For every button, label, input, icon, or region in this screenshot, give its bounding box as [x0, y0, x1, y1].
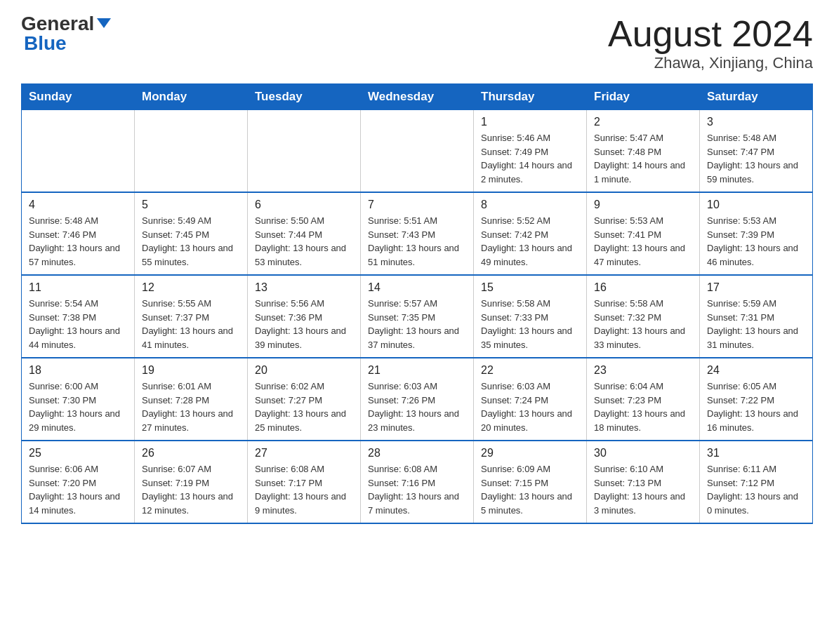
calendar-cell: 28Sunrise: 6:08 AM Sunset: 7:16 PM Dayli… — [361, 441, 474, 523]
calendar-cell: 6Sunrise: 5:50 AM Sunset: 7:44 PM Daylig… — [248, 192, 361, 275]
day-info: Sunrise: 6:09 AM Sunset: 7:15 PM Dayligh… — [481, 462, 579, 517]
day-info: Sunrise: 6:08 AM Sunset: 7:17 PM Dayligh… — [255, 462, 353, 517]
logo: General Blue — [21, 14, 111, 53]
calendar-cell: 23Sunrise: 6:04 AM Sunset: 7:23 PM Dayli… — [587, 358, 700, 441]
calendar-row-5: 25Sunrise: 6:06 AM Sunset: 7:20 PM Dayli… — [22, 441, 813, 523]
calendar-cell: 12Sunrise: 5:55 AM Sunset: 7:37 PM Dayli… — [135, 275, 248, 358]
day-info: Sunrise: 6:00 AM Sunset: 7:30 PM Dayligh… — [29, 380, 127, 434]
col-friday: Friday — [587, 84, 700, 110]
calendar-cell: 13Sunrise: 5:56 AM Sunset: 7:36 PM Dayli… — [248, 275, 361, 358]
day-number: 18 — [29, 364, 127, 377]
day-number: 3 — [707, 116, 805, 128]
calendar-cell: 18Sunrise: 6:00 AM Sunset: 7:30 PM Dayli… — [22, 358, 135, 441]
day-info: Sunrise: 6:04 AM Sunset: 7:23 PM Dayligh… — [594, 380, 692, 434]
logo-triangle-icon — [97, 18, 111, 28]
calendar-cell — [22, 110, 135, 193]
day-info: Sunrise: 6:08 AM Sunset: 7:16 PM Dayligh… — [368, 462, 466, 517]
day-info: Sunrise: 5:58 AM Sunset: 7:33 PM Dayligh… — [481, 297, 579, 351]
calendar-cell: 22Sunrise: 6:03 AM Sunset: 7:24 PM Dayli… — [474, 358, 587, 441]
day-info: Sunrise: 5:50 AM Sunset: 7:44 PM Dayligh… — [255, 214, 353, 269]
day-info: Sunrise: 6:07 AM Sunset: 7:19 PM Dayligh… — [142, 462, 240, 517]
calendar-cell: 8Sunrise: 5:52 AM Sunset: 7:42 PM Daylig… — [474, 192, 587, 275]
calendar-cell: 5Sunrise: 5:49 AM Sunset: 7:45 PM Daylig… — [135, 192, 248, 275]
day-info: Sunrise: 5:49 AM Sunset: 7:45 PM Dayligh… — [142, 214, 240, 269]
day-info: Sunrise: 5:54 AM Sunset: 7:38 PM Dayligh… — [29, 297, 127, 351]
calendar-cell: 29Sunrise: 6:09 AM Sunset: 7:15 PM Dayli… — [474, 441, 587, 523]
calendar-cell: 3Sunrise: 5:48 AM Sunset: 7:47 PM Daylig… — [700, 110, 813, 193]
day-number: 1 — [481, 116, 579, 128]
day-info: Sunrise: 6:10 AM Sunset: 7:13 PM Dayligh… — [594, 462, 692, 517]
day-number: 11 — [29, 281, 127, 294]
day-info: Sunrise: 5:56 AM Sunset: 7:36 PM Dayligh… — [255, 297, 353, 351]
day-number: 6 — [255, 199, 353, 211]
day-info: Sunrise: 6:03 AM Sunset: 7:24 PM Dayligh… — [481, 380, 579, 434]
calendar-row-2: 4Sunrise: 5:48 AM Sunset: 7:46 PM Daylig… — [22, 192, 813, 275]
day-info: Sunrise: 5:57 AM Sunset: 7:35 PM Dayligh… — [368, 297, 466, 351]
calendar-cell: 25Sunrise: 6:06 AM Sunset: 7:20 PM Dayli… — [22, 441, 135, 523]
calendar-cell: 9Sunrise: 5:53 AM Sunset: 7:41 PM Daylig… — [587, 192, 700, 275]
calendar-cell: 10Sunrise: 5:53 AM Sunset: 7:39 PM Dayli… — [700, 192, 813, 275]
calendar-cell: 7Sunrise: 5:51 AM Sunset: 7:43 PM Daylig… — [361, 192, 474, 275]
calendar-cell: 20Sunrise: 6:02 AM Sunset: 7:27 PM Dayli… — [248, 358, 361, 441]
day-number: 22 — [481, 364, 579, 377]
day-info: Sunrise: 6:05 AM Sunset: 7:22 PM Dayligh… — [707, 380, 805, 434]
col-thursday: Thursday — [474, 84, 587, 110]
calendar-cell: 24Sunrise: 6:05 AM Sunset: 7:22 PM Dayli… — [700, 358, 813, 441]
col-tuesday: Tuesday — [248, 84, 361, 110]
day-number: 15 — [481, 281, 579, 294]
calendar-cell: 30Sunrise: 6:10 AM Sunset: 7:13 PM Dayli… — [587, 441, 700, 523]
col-monday: Monday — [135, 84, 248, 110]
day-number: 4 — [29, 199, 127, 211]
calendar-cell: 31Sunrise: 6:11 AM Sunset: 7:12 PM Dayli… — [700, 441, 813, 523]
day-number: 23 — [594, 364, 692, 377]
day-number: 24 — [707, 364, 805, 377]
calendar-cell — [135, 110, 248, 193]
day-info: Sunrise: 6:01 AM Sunset: 7:28 PM Dayligh… — [142, 380, 240, 434]
day-number: 8 — [481, 199, 579, 211]
calendar-header-row: Sunday Monday Tuesday Wednesday Thursday… — [22, 84, 813, 110]
day-info: Sunrise: 5:48 AM Sunset: 7:47 PM Dayligh… — [707, 131, 805, 186]
day-number: 9 — [594, 199, 692, 211]
calendar-cell: 15Sunrise: 5:58 AM Sunset: 7:33 PM Dayli… — [474, 275, 587, 358]
col-wednesday: Wednesday — [361, 84, 474, 110]
calendar-row-1: 1Sunrise: 5:46 AM Sunset: 7:49 PM Daylig… — [22, 110, 813, 193]
calendar-cell: 1Sunrise: 5:46 AM Sunset: 7:49 PM Daylig… — [474, 110, 587, 193]
day-info: Sunrise: 6:03 AM Sunset: 7:26 PM Dayligh… — [368, 380, 466, 434]
day-number: 16 — [594, 281, 692, 294]
day-number: 26 — [142, 447, 240, 459]
day-info: Sunrise: 6:02 AM Sunset: 7:27 PM Dayligh… — [255, 380, 353, 434]
day-number: 10 — [707, 199, 805, 211]
day-number: 31 — [707, 447, 805, 459]
col-saturday: Saturday — [700, 84, 813, 110]
location-title: Zhawa, Xinjiang, China — [608, 54, 813, 72]
day-info: Sunrise: 5:46 AM Sunset: 7:49 PM Dayligh… — [481, 131, 579, 186]
calendar-row-3: 11Sunrise: 5:54 AM Sunset: 7:38 PM Dayli… — [22, 275, 813, 358]
day-number: 17 — [707, 281, 805, 294]
day-info: Sunrise: 5:58 AM Sunset: 7:32 PM Dayligh… — [594, 297, 692, 351]
calendar-cell: 14Sunrise: 5:57 AM Sunset: 7:35 PM Dayli… — [361, 275, 474, 358]
title-block: August 2024 Zhawa, Xinjiang, China — [608, 14, 813, 72]
calendar-table: Sunday Monday Tuesday Wednesday Thursday… — [21, 83, 813, 524]
day-info: Sunrise: 5:53 AM Sunset: 7:39 PM Dayligh… — [707, 214, 805, 269]
day-number: 2 — [594, 116, 692, 128]
day-number: 29 — [481, 447, 579, 459]
calendar-cell: 11Sunrise: 5:54 AM Sunset: 7:38 PM Dayli… — [22, 275, 135, 358]
day-info: Sunrise: 5:55 AM Sunset: 7:37 PM Dayligh… — [142, 297, 240, 351]
day-number: 25 — [29, 447, 127, 459]
logo-general: General — [21, 14, 94, 34]
day-info: Sunrise: 5:53 AM Sunset: 7:41 PM Dayligh… — [594, 214, 692, 269]
day-number: 12 — [142, 281, 240, 294]
day-number: 14 — [368, 281, 466, 294]
day-number: 19 — [142, 364, 240, 377]
calendar-cell: 16Sunrise: 5:58 AM Sunset: 7:32 PM Dayli… — [587, 275, 700, 358]
month-title: August 2024 — [608, 14, 813, 54]
calendar-cell: 21Sunrise: 6:03 AM Sunset: 7:26 PM Dayli… — [361, 358, 474, 441]
day-number: 5 — [142, 199, 240, 211]
day-info: Sunrise: 5:52 AM Sunset: 7:42 PM Dayligh… — [481, 214, 579, 269]
calendar-cell: 27Sunrise: 6:08 AM Sunset: 7:17 PM Dayli… — [248, 441, 361, 523]
day-number: 7 — [368, 199, 466, 211]
day-info: Sunrise: 6:11 AM Sunset: 7:12 PM Dayligh… — [707, 462, 805, 517]
calendar-cell — [248, 110, 361, 193]
day-info: Sunrise: 5:48 AM Sunset: 7:46 PM Dayligh… — [29, 214, 127, 269]
calendar-cell — [361, 110, 474, 193]
